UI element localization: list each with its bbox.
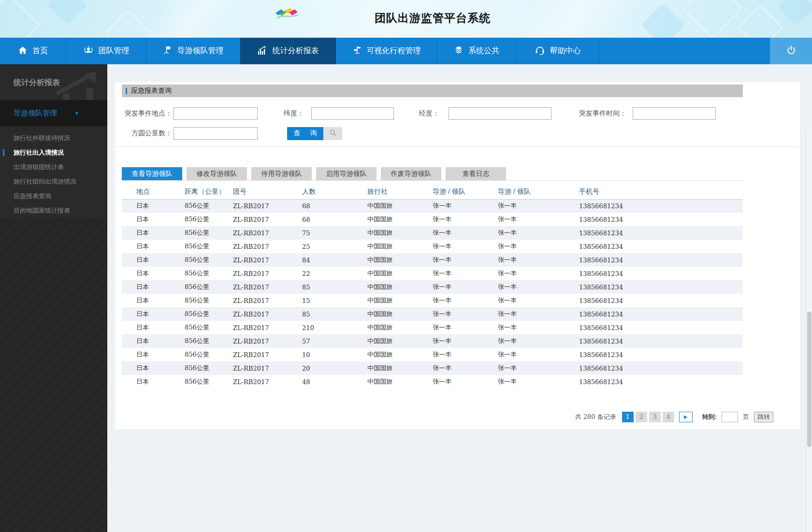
table-row[interactable]: 日本 856公里 ZL-RB2017 210 中国国旅 张一丰 张一丰 1385… [122, 321, 743, 334]
incident-location-input[interactable] [174, 107, 258, 120]
sidebar-item-entry-exit[interactable]: 旅行社出入境情况 [0, 145, 107, 160]
cell-headcount: 68 [296, 199, 361, 213]
sidebar-menu: 旅行社外联接待情况 旅行社出入境情况 出境游组团统计表 旅行社组织出境游情况 应… [0, 126, 107, 218]
magnifier-button[interactable] [323, 127, 342, 140]
cell-guide-leader-2: 张一丰 [492, 267, 573, 280]
sidebar-item-destination-stats[interactable]: 目的地国家统计报表 [0, 203, 107, 218]
table-row[interactable]: 日本 856公里 ZL-RB2017 20 中国国旅 张一丰 张一丰 13856… [122, 361, 743, 375]
nav-item-reports[interactable]: 统计分析报表 [240, 38, 336, 64]
team-icon [83, 45, 94, 57]
cell-headcount: 22 [296, 267, 361, 280]
cell-group-no: ZL-RB2017 [226, 253, 296, 267]
logout-button[interactable] [770, 38, 812, 64]
incident-time-input[interactable] [633, 107, 716, 120]
table-row[interactable]: 日本 856公里 ZL-RB2017 84 中国国旅 张一丰 张一丰 13856… [122, 253, 743, 267]
cell-agency: 中国国旅 [361, 267, 426, 280]
col-group-no: 团号 [226, 185, 296, 199]
table-row[interactable]: 日本 856公里 ZL-RB2017 22 中国国旅 张一丰 张一丰 13856… [122, 267, 743, 280]
table-row[interactable]: 日本 856公里 ZL-RB2017 85 中国国旅 张一丰 张一丰 13856… [122, 280, 743, 294]
nav-item-help-center[interactable]: 帮助中心 [516, 38, 599, 64]
query-button[interactable]: 查 询 [287, 127, 323, 140]
tab-view-log[interactable]: 查看日志 [446, 167, 506, 180]
page-button-3[interactable]: 3 [649, 412, 661, 422]
jump-button[interactable]: 跳转 [754, 412, 773, 422]
pagination: 共280条记录 1 2 3 4 ▶ 转到: 页 跳转 [122, 412, 773, 422]
cell-agency: 中国国旅 [361, 348, 426, 361]
tab-edit-guides[interactable]: 修改导游领队 [187, 167, 247, 180]
next-page-button[interactable]: ▶ [679, 412, 693, 422]
tab-void-guides[interactable]: 作废导游领队 [381, 167, 441, 180]
page-button-2[interactable]: 2 [636, 412, 647, 422]
longitude-label: 经度： [394, 109, 439, 118]
panel-accent-bar [126, 88, 127, 94]
table-header: 地点 距离（公里） 团号 人数 旅行社 导游 / 领队 导游 / 领队 手机号 [122, 185, 743, 199]
banner-decor [778, 0, 812, 26]
sidebar-item-outreach-reception[interactable]: 旅行社外联接待情况 [0, 131, 107, 145]
cell-location: 日本 [122, 307, 170, 321]
tab-disable-guides[interactable]: 停用导游领队 [251, 167, 312, 180]
table-row[interactable]: 日本 856公里 ZL-RB2017 85 中国国旅 张一丰 张一丰 13856… [122, 307, 743, 321]
cell-location: 日本 [122, 334, 170, 348]
longitude-input[interactable] [449, 107, 551, 120]
vertical-scrollbar[interactable] [806, 129, 812, 532]
sidebar-group-guide-management[interactable]: 导游领队管理 ▼ [0, 100, 107, 126]
goto-page-input[interactable] [722, 412, 738, 422]
cell-distance: 856公里 [170, 199, 226, 213]
cell-group-no: ZL-RB2017 [226, 361, 296, 375]
nav-item-guide-management[interactable]: 导游领队管理 [146, 38, 240, 64]
radius-km-label: 方圆公里数： [122, 129, 172, 138]
sidebar-item-outbound-group-stats[interactable]: 出境游组团统计表 [0, 160, 107, 174]
table-row[interactable]: 日本 856公里 ZL-RB2017 68 中国国旅 张一丰 张一丰 13856… [122, 213, 743, 226]
table-row[interactable]: 日本 856公里 ZL-RB2017 15 中国国旅 张一丰 张一丰 13856… [122, 294, 743, 307]
cell-guide-leader-2: 张一丰 [492, 226, 573, 240]
banner-decor [47, 0, 87, 25]
page-button-4[interactable]: 4 [663, 412, 674, 422]
magnifier-icon [329, 129, 337, 138]
scrollbar-thumb[interactable] [807, 312, 812, 447]
signpost-icon [352, 45, 362, 57]
table-row[interactable]: 日本 856公里 ZL-RB2017 75 中国国旅 张一丰 张一丰 13856… [122, 226, 743, 240]
page-button-1[interactable]: 1 [622, 412, 634, 422]
cell-headcount: 20 [296, 361, 361, 375]
sidebar-title-block: 统计分析报表 [0, 64, 107, 100]
incident-time-label: 突发事件时间： [551, 109, 626, 118]
chevron-down-icon: ▼ [74, 111, 79, 116]
tab-enable-guides[interactable]: 启用导游领队 [316, 167, 377, 180]
nav-item-system-public[interactable]: 系统公共 [437, 38, 516, 64]
incident-location-label: 突发事件地点： [122, 109, 172, 118]
sidebar-item-agency-outbound[interactable]: 旅行社组织出境游情况 [0, 174, 107, 189]
cell-guide-leader-1: 张一丰 [426, 294, 492, 307]
table-row[interactable]: 日本 856公里 ZL-RB2017 57 中国国旅 张一丰 张一丰 13856… [122, 334, 743, 348]
cell-location: 日本 [122, 294, 170, 307]
cell-agency: 中国国旅 [361, 375, 426, 388]
banner-decor [104, 10, 152, 38]
nav-item-team[interactable]: 团队管理 [66, 38, 146, 64]
nav-item-visual-trip[interactable]: 可视化行程管理 [336, 38, 437, 64]
tab-view-guides[interactable]: 查看导游领队 [122, 167, 182, 180]
table-row[interactable]: 日本 856公里 ZL-RB2017 25 中国国旅 张一丰 张一丰 13856… [122, 240, 743, 253]
flag-icon [163, 45, 173, 57]
content-card: 应急报表查询 突发事件地点： 纬度： 经度： 突发事件时间： 方圆公里数： 查 … [115, 82, 800, 429]
nav-spacer [599, 38, 770, 64]
cell-location: 日本 [122, 226, 170, 240]
table-row[interactable]: 日本 856公里 ZL-RB2017 48 中国国旅 张一丰 张一丰 13856… [122, 375, 743, 388]
chart-watermark-icon [42, 67, 107, 100]
latitude-input[interactable] [311, 107, 394, 120]
cell-distance: 856公里 [170, 226, 226, 240]
top-banner: 团队出游监管平台系统 [0, 0, 812, 38]
goto-label: 转到: [702, 413, 717, 421]
cell-guide-leader-2: 张一丰 [492, 321, 573, 334]
nav-label: 首页 [32, 46, 48, 56]
cell-phone: 13856681234 [573, 240, 743, 253]
sidebar: 统计分析报表 导游领队管理 ▼ 旅行社外联接待情况 旅行社出入境情况 出境游组团… [0, 64, 107, 532]
radius-km-input[interactable] [174, 127, 258, 140]
cell-guide-leader-1: 张一丰 [426, 280, 492, 294]
cell-group-no: ZL-RB2017 [226, 348, 296, 361]
table-row[interactable]: 日本 856公里 ZL-RB2017 68 中国国旅 张一丰 张一丰 13856… [122, 199, 743, 213]
record-count-text: 共280条记录 [575, 413, 616, 421]
sidebar-item-emergency-report[interactable]: 应急报表查询 [0, 189, 107, 203]
cell-group-no: ZL-RB2017 [226, 294, 296, 307]
cell-distance: 856公里 [170, 213, 226, 226]
nav-item-home[interactable]: 首页 [0, 38, 66, 64]
table-row[interactable]: 日本 856公里 ZL-RB2017 10 中国国旅 张一丰 张一丰 13856… [122, 348, 743, 361]
